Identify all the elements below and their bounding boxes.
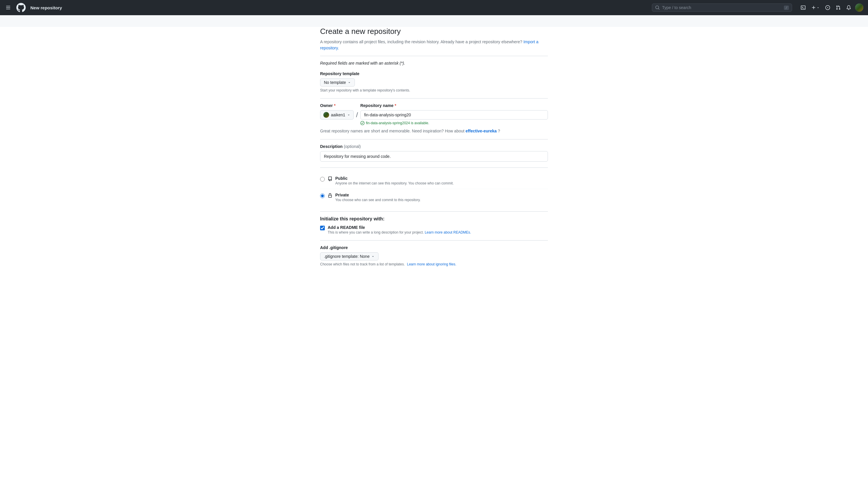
owner-label: Owner * (320, 103, 354, 108)
notifications-icon (846, 5, 851, 10)
description-text: A repository contains all project files,… (320, 39, 522, 44)
private-description: You choose who can see and commit to thi… (335, 198, 548, 202)
gitignore-value: .gitignore template: None (324, 254, 369, 259)
repo-name-label: Repository name * (361, 103, 548, 108)
visibility-divider (320, 211, 548, 212)
template-section: Repository template No template Start yo… (320, 71, 548, 92)
readme-description: This is where you can write a long descr… (328, 230, 471, 234)
search-container: / (652, 3, 792, 12)
gitignore-section: Add .gitignore .gitignore template: None… (320, 245, 548, 266)
readme-label[interactable]: Add a README file (328, 225, 365, 230)
owner-repo-section: Owner * aaiken1 / Repository name (320, 103, 548, 133)
pull-requests-button[interactable] (834, 4, 842, 11)
public-repo-icon (328, 177, 332, 182)
header-actions (799, 3, 863, 12)
notifications-button[interactable] (845, 4, 853, 11)
private-repo-icon (328, 193, 332, 199)
owner-dropdown-button[interactable]: aaiken1 (320, 110, 354, 119)
page-description: A repository contains all project files,… (320, 39, 548, 51)
github-logo[interactable] (17, 3, 26, 12)
search-icon (655, 5, 660, 10)
private-radio[interactable] (320, 194, 325, 198)
public-option: Public Anyone on the internet can see th… (320, 172, 548, 189)
check-circle-icon (361, 121, 365, 125)
user-avatar[interactable] (855, 3, 863, 12)
required-fields-note: Required fields are marked with an aster… (320, 61, 548, 65)
description-section: Description (optional) (320, 144, 548, 162)
availability-text: fin-data-analysis-spring2024 is availabl… (366, 121, 429, 125)
new-button[interactable] (810, 4, 821, 11)
public-radio[interactable] (320, 177, 325, 181)
template-dropdown-button[interactable]: No template (320, 78, 355, 87)
pull-request-icon (836, 5, 841, 10)
search-shortcut-badge: / (784, 5, 789, 10)
readme-learn-more-link[interactable]: Learn more about READMEs. (425, 230, 471, 234)
github-mark-icon (17, 3, 26, 12)
visibility-section: Public Anyone on the internet can see th… (320, 172, 548, 205)
public-label: Public (335, 176, 548, 181)
gitignore-label: Add .gitignore (320, 245, 548, 250)
page-header-title: New repository (30, 5, 62, 10)
template-help: Start your repository with a template re… (320, 88, 548, 92)
gitignore-dropdown-button[interactable]: .gitignore template: None (320, 252, 378, 260)
description-divider (320, 168, 548, 168)
readme-divider (320, 240, 548, 240)
chevron-down-icon (347, 113, 350, 117)
chevron-down-icon (371, 255, 375, 258)
terminal-button[interactable] (799, 4, 807, 11)
availability-message: fin-data-analysis-spring2024 is availabl… (361, 121, 548, 125)
header: New repository / (0, 0, 868, 15)
description-input[interactable] (320, 151, 548, 162)
inspiration-link[interactable]: effective-eureka (466, 128, 497, 133)
plus-icon (811, 5, 816, 10)
gitignore-help: Choose which files not to track from a l… (320, 262, 548, 266)
owner-avatar (323, 112, 329, 118)
hamburger-menu-button[interactable] (5, 4, 12, 11)
gitignore-learn-more-link[interactable]: Learn more about ignoring files. (407, 262, 456, 266)
repo-name-column: Repository name * fin-data-analysis-spri… (361, 103, 548, 125)
terminal-icon (801, 5, 806, 10)
main-form: Create a new repository A repository con… (314, 27, 554, 266)
owner-column: Owner * aaiken1 (320, 103, 354, 119)
issue-icon (825, 5, 830, 10)
chevron-down-icon (816, 6, 819, 9)
private-label: Private (335, 193, 548, 197)
readme-row: Add a README file This is where you can … (320, 225, 548, 234)
page-title: Create a new repository (320, 27, 548, 36)
repo-name-input[interactable] (361, 110, 548, 119)
initialize-section: Initialize this repository with: Add a R… (320, 216, 548, 234)
template-value: No template (324, 80, 346, 85)
template-divider (320, 98, 548, 98)
inspiration-text: Great repository names are short and mem… (320, 128, 548, 133)
initialize-title: Initialize this repository with: (320, 216, 548, 222)
public-description: Anyone on the internet can see this repo… (335, 181, 548, 185)
owner-repo-separator: / (354, 110, 361, 119)
chevron-down-icon (347, 81, 351, 84)
template-label: Repository template (320, 71, 548, 76)
description-label: Description (optional) (320, 144, 548, 149)
issues-button[interactable] (824, 4, 832, 11)
owner-name: aaiken1 (331, 113, 345, 117)
readme-checkbox[interactable] (320, 226, 325, 230)
private-option: Private You choose who can see and commi… (320, 189, 548, 205)
search-input[interactable] (662, 5, 781, 10)
menu-icon (6, 5, 10, 10)
